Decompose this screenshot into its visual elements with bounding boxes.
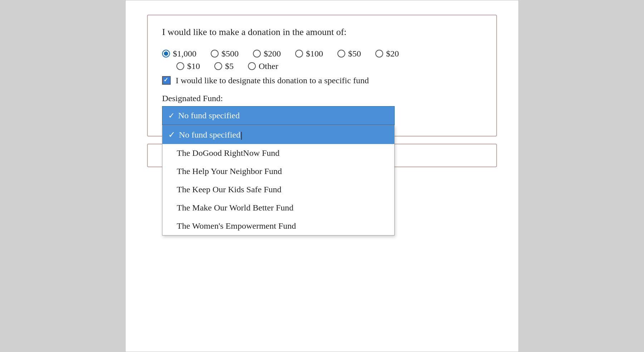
radio-input-1000[interactable]	[162, 50, 170, 58]
radio-input-50[interactable]	[337, 50, 345, 58]
radio-label-200: $200	[264, 49, 281, 59]
dropdown-option-3[interactable]: The Help Your Neighbor Fund	[162, 162, 394, 180]
radio-input-20[interactable]	[375, 50, 383, 58]
radio-label-other: Other	[259, 61, 278, 71]
form-card: I would like to make a donation in the a…	[125, 0, 519, 352]
radio-200[interactable]: $200	[253, 49, 281, 59]
designated-fund-label: Designated Fund:	[162, 94, 482, 103]
radio-label-100: $100	[306, 49, 323, 59]
radio-label-10: $10	[187, 61, 200, 71]
radio-100[interactable]: $100	[295, 49, 323, 59]
donation-title: I would like to make a donation in the a…	[162, 26, 482, 38]
donation-section: I would like to make a donation in the a…	[147, 15, 497, 137]
dropdown-option-2[interactable]: The DoGood RightNow Fund	[162, 144, 394, 162]
designate-checkbox-label: I would like to designate this donation …	[176, 75, 369, 87]
page-container: I would like to make a donation in the a…	[0, 0, 644, 352]
radio-input-500[interactable]	[211, 50, 219, 58]
dropdown-selected[interactable]: ✓ No fund specified	[162, 106, 395, 125]
radio-50[interactable]: $50	[337, 49, 361, 59]
designate-checkbox[interactable]	[162, 76, 171, 85]
radio-5[interactable]: $5	[214, 61, 234, 71]
radio-label-1000: $1,000	[173, 49, 196, 59]
radio-label-50: $50	[348, 49, 361, 59]
radio-row-2: $10 $5 Other	[162, 61, 482, 71]
radio-row-1: $1,000 $500 $200 $100 $50	[162, 49, 482, 59]
radio-500[interactable]: $500	[211, 49, 239, 59]
dropdown-option-4[interactable]: The Keep Our Kids Safe Fund	[162, 180, 394, 199]
designate-checkbox-group: I would like to designate this donation …	[162, 75, 482, 87]
radio-input-other[interactable]	[248, 62, 256, 70]
radio-10[interactable]: $10	[176, 61, 200, 71]
radio-label-500: $500	[221, 49, 239, 59]
dropdown-option-1[interactable]: ✓No fund specified	[162, 125, 394, 144]
radio-input-5[interactable]	[214, 62, 222, 70]
text-cursor	[241, 132, 242, 140]
radio-input-10[interactable]	[176, 62, 184, 70]
dropdown-option-6[interactable]: The Women's Empowerment Fund	[162, 217, 394, 235]
checkmark-icon: ✓	[168, 111, 175, 120]
radio-20[interactable]: $20	[375, 49, 399, 59]
dropdown-menu: ✓No fund specified The DoGood RightNow F…	[162, 125, 395, 236]
radio-input-200[interactable]	[253, 50, 261, 58]
radio-label-5: $5	[225, 61, 234, 71]
radio-input-100[interactable]	[295, 50, 303, 58]
radio-label-20: $20	[386, 49, 399, 59]
dropdown-selected-text: No fund specified	[178, 111, 240, 120]
dropdown-container: ✓ No fund specified ✓No fund specified T…	[162, 106, 395, 125]
dropdown-checkmark-icon: ✓	[168, 130, 175, 139]
radio-other[interactable]: Other	[248, 61, 278, 71]
dropdown-option-5[interactable]: The Make Our World Better Fund	[162, 199, 394, 217]
radio-1000[interactable]: $1,000	[162, 49, 196, 59]
